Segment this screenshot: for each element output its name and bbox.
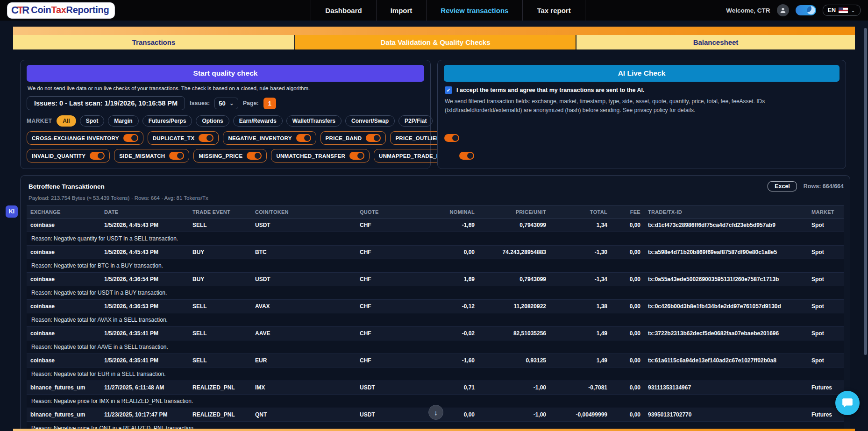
toggle-switch-on[interactable] [123, 134, 138, 142]
scroll-down-button[interactable]: ↓ [428, 405, 443, 420]
cell-date: 1/5/2026, 4:45:43 PM [100, 246, 189, 259]
cell-date: 1/5/2026, 4:35:41 PM [100, 327, 189, 340]
vertical-scrollbar-thumb[interactable] [864, 28, 867, 355]
tab-balancesheet[interactable]: Balancesheet [576, 35, 855, 49]
page-1-button[interactable]: 1 [263, 98, 276, 109]
main-nav-items: Dashboard Import Review transactions Tax… [311, 0, 585, 21]
nav-item-review-transactions[interactable]: Review transactions [426, 0, 522, 21]
cell-total: -1,30 [550, 246, 611, 259]
excel-export-button[interactable]: Excel [768, 181, 797, 191]
check-chip-price-band[interactable]: PRICE_BAND [320, 131, 386, 145]
market-pill-convert-swap[interactable]: Convert/Swap [345, 115, 395, 127]
check-chip-label: SIDE_MISMATCH [119, 153, 165, 159]
dark-mode-toggle[interactable] [796, 5, 816, 15]
ai-live-check-button[interactable]: AI Live Check [444, 65, 840, 82]
cell-market: Spot [808, 300, 844, 313]
check-chip-duplicate-tx[interactable]: DUPLICATE_TX [148, 131, 219, 145]
table-row[interactable]: coinbase1/5/2026, 4:36:53 PMSELLAVAXCHF-… [27, 300, 844, 313]
reason-row: Reason: Negative total for BTC in a BUY … [27, 259, 844, 273]
market-pill-options[interactable]: Options [196, 115, 229, 127]
check-chip-negative-inventory[interactable]: NEGATIVE_INVENTORY [223, 131, 316, 145]
nav-item-tax-report[interactable]: Tax report [522, 0, 585, 21]
user-avatar-icon[interactable] [777, 4, 789, 16]
market-pill-p2p-fiat[interactable]: P2P/Fiat [398, 115, 433, 127]
cell-total: 1,34 [550, 219, 611, 232]
cell-txid: tx:0a55a43ede500269003595131f260e7587c17… [644, 273, 808, 286]
table-top-bar: Betroffene Transaktionen Excel Rows: 664… [27, 181, 844, 191]
table-row[interactable]: coinbase1/5/2026, 4:36:54 PMBUYUSDTCHF1,… [27, 273, 844, 286]
toggle-switch-on[interactable] [169, 152, 184, 160]
cell-txid: tx:61a6115c6a94de13ef140ad2c67e1027ff02b… [644, 354, 808, 367]
cell-price: 0,7943099 [478, 273, 550, 286]
app-logo[interactable]: CTR CoinTaxReporting [7, 3, 114, 18]
start-quality-check-button[interactable]: Start quality check [27, 65, 424, 82]
rows-count-badge: Rows: 664/664 [804, 183, 844, 190]
cell-quote: CHF [356, 327, 431, 340]
column-header-market: MARKET [808, 206, 844, 218]
table-row[interactable]: coinbase1/5/2026, 4:45:43 PMBUYBTCCHF0,0… [27, 246, 844, 259]
cell-total: 1,38 [550, 300, 611, 313]
market-pill-margin[interactable]: Margin [108, 115, 138, 127]
cell-exchange: coinbase [27, 327, 100, 340]
market-pill-futures-perps[interactable]: Futures/Perps [142, 115, 192, 127]
table-row[interactable]: coinbase1/5/2026, 4:45:43 PMSELLUSDTCHF-… [27, 219, 844, 232]
cell-nominal: -0,02 [431, 327, 478, 340]
toggle-switch-on[interactable] [90, 152, 105, 160]
table-row[interactable]: binance_futures_um11/27/2025, 6:11:48 AM… [27, 381, 844, 395]
market-pill-wallet-transfers[interactable]: Wallet/Transfers [286, 115, 342, 127]
cell-coin: USDT [251, 219, 356, 232]
nav-item-dashboard[interactable]: Dashboard [311, 0, 376, 21]
cell-date: 1/5/2026, 4:36:54 PM [100, 273, 189, 286]
cell-price: -1,00 [478, 408, 550, 421]
column-header-coin-token: COIN/TOKEN [251, 206, 356, 218]
language-selector[interactable]: EN ⌄ [823, 5, 861, 16]
toggle-switch-on[interactable] [349, 152, 364, 160]
check-toggle-row1: CROSS-EXCHANGE INVENTORYDUPLICATE_TXNEGA… [27, 131, 424, 145]
cell-fee: 0,00 [611, 273, 644, 286]
market-pill-earn-rewards[interactable]: Earn/Rewards [233, 115, 283, 127]
tab-data-validation[interactable]: Data Validation & Quality Checks [295, 35, 576, 49]
ai-description: We send filtered transaction fields: exc… [445, 97, 840, 115]
cell-date: 11/23/2025, 10:17:47 PM [100, 408, 189, 421]
affected-transactions-panel: Betroffene Transaktionen Excel Rows: 664… [20, 175, 850, 431]
column-header-nominal: NOMINAL [431, 206, 478, 218]
check-chip-unmatched-transfer[interactable]: UNMATCHED_TRANSFER [271, 149, 370, 163]
market-pill-all[interactable]: All [57, 115, 76, 127]
market-pill-spot[interactable]: Spot [80, 115, 105, 127]
toggle-switch-on[interactable] [459, 152, 474, 160]
toggle-switch-on[interactable] [444, 134, 459, 142]
quality-check-panel: Start quality check We do not send live … [20, 60, 431, 169]
issues-per-page-select[interactable]: 50 ⌄ [214, 98, 238, 109]
cell-exchange: coinbase [27, 300, 100, 313]
table-row[interactable]: coinbase1/5/2026, 4:35:41 PMSELLEURCHF-1… [27, 354, 844, 367]
logo-monogram-icon: CTR [11, 4, 28, 16]
check-chip-cross-exchange-inventory[interactable]: CROSS-EXCHANGE INVENTORY [27, 131, 143, 145]
check-chip-side-mismatch[interactable]: SIDE_MISMATCH [114, 149, 189, 163]
check-chip-invalid-quantity[interactable]: INVALID_QUANTITY [27, 149, 110, 163]
cell-coin: AAVE [251, 327, 356, 340]
nav-item-import[interactable]: Import [376, 0, 427, 21]
toggle-switch-on[interactable] [296, 134, 311, 142]
toggle-switch-on[interactable] [247, 152, 262, 160]
ki-badge-button[interactable]: KI [6, 205, 18, 218]
chat-bubble-button[interactable] [835, 391, 860, 415]
check-chip-label: PRICE_OUTLIER [395, 135, 440, 141]
table-row[interactable]: coinbase1/5/2026, 4:35:41 PMSELLAAVECHF-… [27, 327, 844, 340]
column-header-price-unit: PRICE/UNIT [478, 206, 550, 218]
check-chip-label: CROSS-EXCHANGE INVENTORY [32, 135, 119, 141]
top-gradient-strip [13, 27, 855, 35]
market-pill-list: AllSpotMarginFutures/PerpsOptionsEarn/Re… [57, 115, 433, 127]
cell-txid: 93111353134967 [644, 381, 808, 394]
cell-fee: 0,00 [611, 246, 644, 259]
cell-fee: 0,00 [611, 300, 644, 313]
toggle-switch-on[interactable] [199, 134, 213, 142]
panels-row: Start quality check We do not send live … [20, 60, 846, 169]
cell-date: 1/5/2026, 4:45:43 PM [100, 219, 189, 232]
tab-transactions[interactable]: Transactions [13, 35, 295, 49]
check-chip-label: DUPLICATE_TX [153, 135, 195, 141]
consent-checkbox[interactable]: ✓ [445, 86, 452, 94]
check-chip-missing-price[interactable]: MISSING_PRICE [193, 149, 267, 163]
toggle-switch-on[interactable] [366, 134, 381, 142]
cell-fee: 0,00 [611, 354, 644, 367]
cell-total: -1,34 [550, 273, 611, 286]
